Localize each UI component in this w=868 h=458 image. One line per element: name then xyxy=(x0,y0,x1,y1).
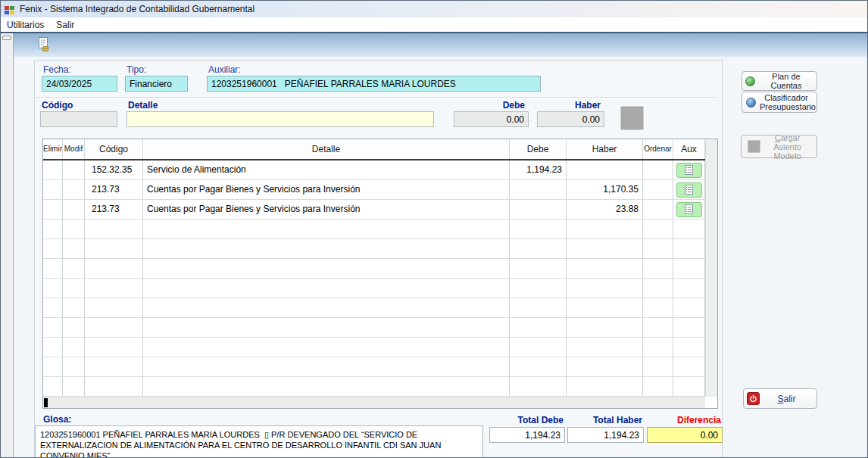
debe-input[interactable] xyxy=(454,111,529,127)
cell-haber: 1,170.35 xyxy=(567,180,643,199)
cell-codigo xyxy=(85,220,143,238)
cell-elimin xyxy=(43,259,63,278)
fecha-input[interactable] xyxy=(42,76,117,92)
table-row-empty[interactable] xyxy=(43,298,717,318)
cell-modif xyxy=(63,298,85,317)
tipo-input[interactable] xyxy=(125,76,188,92)
table-row[interactable]: 152.32.35Servicio de Alimentación1,194.2… xyxy=(43,160,717,180)
col-header-elimin: Elimin xyxy=(43,139,63,159)
left-collapsed-panel xyxy=(1,33,14,458)
cell-haber xyxy=(567,259,643,278)
glosa-label: Glosa: xyxy=(43,414,71,425)
cell-codigo xyxy=(85,318,143,337)
cell-elimin xyxy=(43,239,63,258)
table-row-empty[interactable] xyxy=(43,338,717,357)
cell-modif xyxy=(63,220,85,238)
add-entry-button[interactable] xyxy=(620,106,644,130)
cell-haber xyxy=(567,160,643,179)
cell-modif xyxy=(63,239,85,258)
window-title: Fenix - Sistema Integrado de Contabilida… xyxy=(20,4,254,14)
cell-aux xyxy=(673,220,705,238)
cell-detalle: Cuentas por Pagar Bienes y Servicios par… xyxy=(143,180,510,199)
section-separator xyxy=(36,97,717,98)
cell-aux xyxy=(673,160,705,179)
cell-ordenar xyxy=(643,357,673,376)
cell-haber: 23.88 xyxy=(567,200,643,219)
menu-salir[interactable]: Salir xyxy=(50,18,80,32)
cell-elimin xyxy=(43,298,63,317)
cell-codigo xyxy=(85,298,143,317)
col-header-modif: Modif xyxy=(63,139,85,159)
cell-aux xyxy=(673,279,705,298)
table-row[interactable]: 213.73Cuentas por Pagar Bienes y Servici… xyxy=(43,180,717,200)
auxiliar-input[interactable] xyxy=(207,76,541,92)
salir-label: Salir xyxy=(760,394,813,403)
cell-modif xyxy=(63,180,85,199)
cell-debe xyxy=(510,200,567,219)
fecha-label: Fecha: xyxy=(43,64,71,75)
cell-detalle xyxy=(143,298,510,317)
aux-notepad-button[interactable] xyxy=(676,202,702,217)
cell-ordenar xyxy=(643,279,673,298)
cell-detalle: Servicio de Alimentación xyxy=(143,160,510,179)
col-header-haber: Haber xyxy=(567,139,643,159)
splitter-grip[interactable] xyxy=(2,36,11,40)
table-vertical-scrollbar[interactable] xyxy=(705,139,717,397)
cell-detalle xyxy=(143,220,510,238)
table-row-empty[interactable] xyxy=(43,259,717,279)
cell-aux xyxy=(673,259,705,278)
clasificador-presupuestario-button[interactable]: Clasificador Presupuestario xyxy=(742,92,817,113)
menu-utilitarios[interactable]: Utilitarios xyxy=(1,18,50,32)
total-debe-field xyxy=(489,427,565,443)
cell-modif xyxy=(63,200,85,219)
total-debe-label: Total Debe xyxy=(489,415,564,425)
cell-modif xyxy=(63,318,85,337)
cell-modif xyxy=(63,377,85,396)
col-header-codigo: Código xyxy=(85,139,143,159)
aux-notepad-button[interactable] xyxy=(676,182,702,198)
cell-haber xyxy=(567,338,643,357)
table-row-empty[interactable] xyxy=(43,220,717,239)
auxiliar-label: Auxiliar: xyxy=(208,64,241,75)
cell-aux xyxy=(673,298,705,317)
scrollbar-caret xyxy=(44,398,48,407)
cell-ordenar xyxy=(643,338,673,357)
green-sphere-icon xyxy=(745,76,755,86)
tipo-label: Tipo: xyxy=(126,64,146,75)
haber-input[interactable] xyxy=(537,111,604,127)
toolbar xyxy=(14,33,868,57)
table-row-empty[interactable] xyxy=(43,377,717,397)
glosa-textbox[interactable]: 1203251960001 PEÑAFIEL PARRALES MARIA LO… xyxy=(35,425,483,458)
cell-detalle xyxy=(143,279,510,298)
cell-modif xyxy=(63,160,85,179)
cell-elimin xyxy=(43,357,63,376)
table-row[interactable]: 213.73Cuentas por Pagar Bienes y Servici… xyxy=(43,200,717,220)
plan-de-cuentas-button[interactable]: Plan de Cuentas xyxy=(742,71,817,91)
codigo-input[interactable] xyxy=(40,111,117,127)
table-row-empty[interactable] xyxy=(43,318,717,338)
salir-button[interactable]: Salir xyxy=(743,388,817,409)
detalle-input[interactable] xyxy=(126,111,434,127)
cell-aux xyxy=(673,377,705,396)
table-horizontal-scrollbar[interactable] xyxy=(43,397,705,408)
table-row-empty[interactable] xyxy=(43,357,717,377)
cell-codigo xyxy=(85,338,143,357)
cargar-asiento-modelo-button[interactable]: Cargar Asiento Modelo xyxy=(741,135,817,158)
cell-aux xyxy=(673,338,705,357)
gray-square-icon xyxy=(748,140,760,153)
cell-debe xyxy=(510,338,567,357)
cell-ordenar xyxy=(643,318,673,337)
cell-ordenar xyxy=(643,180,673,199)
table-row-empty[interactable] xyxy=(43,279,717,298)
cell-haber xyxy=(567,298,643,317)
table-row-empty[interactable] xyxy=(43,239,717,259)
cell-detalle xyxy=(143,239,510,258)
cell-ordenar xyxy=(643,239,673,258)
cell-elimin xyxy=(43,279,63,298)
cell-ordenar xyxy=(643,160,673,179)
journal-document-icon[interactable] xyxy=(34,36,54,55)
haber-label: Haber xyxy=(537,100,601,111)
cell-aux xyxy=(673,357,705,376)
aux-notepad-button[interactable] xyxy=(676,163,702,178)
cell-aux xyxy=(673,200,705,219)
